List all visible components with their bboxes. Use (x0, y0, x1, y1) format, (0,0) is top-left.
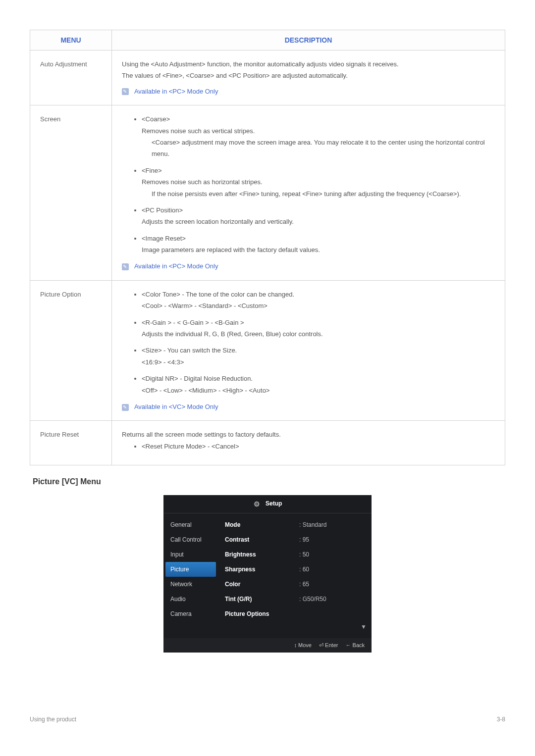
item-desc: Image parameters are replaced with the f… (142, 246, 320, 253)
note-text: Available in <VC> Mode Only (134, 403, 218, 410)
osd-key: Tint (G/R) (225, 596, 299, 603)
menu-screen: Screen (30, 105, 112, 281)
desc-picture-reset: Returns all the screen mode settings to … (112, 421, 505, 465)
osd-sidebar: General Call Control Input Picture Netwo… (163, 513, 218, 638)
list-item: <R-Gain > - < G-Gain > - <B-Gain > Adjus… (142, 317, 495, 340)
sidebar-item-audio[interactable]: Audio (163, 592, 218, 606)
osd-val (299, 610, 365, 617)
osd-val: : 95 (299, 536, 365, 543)
item-title: <Size> - You can switch the Size. (142, 347, 237, 354)
osd-val: : 60 (299, 566, 365, 573)
osd-key: Picture Options (225, 610, 299, 617)
item-sub: <Coarse> adjustment may move the screen … (142, 137, 495, 160)
osd-row-color[interactable]: Color: 65 (218, 577, 372, 592)
osd-title: Setup (266, 500, 282, 507)
osd-row-sharpness[interactable]: Sharpness: 60 (218, 562, 372, 577)
menu-picture-option: Picture Option (30, 280, 112, 421)
osd-panel: ⚙ Setup General Call Control Input Pictu… (163, 495, 372, 653)
item-sub: If the noise persists even after <Fine> … (142, 188, 495, 200)
header-menu: MENU (30, 30, 112, 50)
item-title: <R-Gain > - < G-Gain > - <B-Gain > (142, 319, 244, 326)
text-line: Returns all the screen mode settings to … (122, 429, 495, 440)
osd-header: ⚙ Setup (163, 495, 372, 513)
table-row: Picture Reset Returns all the screen mod… (30, 421, 505, 465)
hint-back: ← Back (345, 642, 365, 648)
osd-val: : 50 (299, 551, 365, 558)
osd-val: : 65 (299, 581, 365, 588)
list-item: <PC Position> Adjusts the screen locatio… (142, 204, 495, 228)
header-description: DESCRIPTION (112, 30, 505, 50)
osd-row-tint[interactable]: Tint (G/R): G50/R50 (218, 592, 372, 606)
osd-row-mode[interactable]: Mode: Standard (218, 517, 372, 532)
text-line: The values of <Fine>, <Coarse> and <PC P… (122, 70, 495, 81)
item-opts: <Off> - <Low> - <Midium> - <High> - <Aut… (142, 387, 269, 394)
sidebar-item-picture[interactable]: Picture (165, 562, 216, 577)
menu-auto-adjustment: Auto Adjustment (30, 50, 112, 105)
page-footer: Using the product 3-8 (30, 712, 505, 723)
sidebar-item-camera[interactable]: Camera (163, 606, 218, 621)
note-text: Available in <PC> Mode Only (134, 88, 218, 95)
note-text: Available in <PC> Mode Only (134, 262, 218, 270)
osd-val: : Standard (299, 521, 365, 528)
list-item: <Coarse> Removes noise such as vertical … (142, 113, 495, 160)
note-line: Available in <PC> Mode Only (122, 260, 495, 272)
item-title: <Image Reset> (142, 235, 186, 242)
desc-picture-option: <Color Tone> - The tone of the color can… (112, 280, 505, 421)
note-icon (122, 404, 129, 411)
list-item: <Digital NR> - Digital Noise Reduction. … (142, 373, 495, 396)
note-icon (122, 263, 129, 270)
osd-key: Brightness (225, 551, 299, 558)
osd-key: Contrast (225, 536, 299, 543)
item-desc: Removes noise such as horizontal stripes… (142, 178, 263, 186)
sidebar-item-input[interactable]: Input (163, 547, 218, 562)
osd-key: Color (225, 581, 299, 588)
item-title: <PC Position> (142, 206, 183, 214)
gear-icon: ⚙ (253, 500, 261, 508)
footer-right: 3-8 (497, 716, 505, 723)
item-title: <Color Tone> - The tone of the color can… (142, 291, 294, 298)
desc-screen: <Coarse> Removes noise such as vertical … (112, 105, 505, 281)
osd-key: Mode (225, 521, 299, 528)
hint-move: ↕ Move (294, 642, 312, 648)
settings-table: MENU DESCRIPTION Auto Adjustment Using t… (30, 30, 505, 465)
list-item: <Color Tone> - The tone of the color can… (142, 289, 495, 312)
item-title: <Digital NR> - Digital Noise Reduction. (142, 375, 253, 382)
item-opts: <Cool> - <Warm> - <Standard> - <Custom> (142, 302, 268, 309)
item-desc: Adjusts the screen location horizontally… (142, 218, 294, 225)
table-row: Screen <Coarse> Removes noise such as ve… (30, 105, 505, 281)
table-row: Auto Adjustment Using the <Auto Adjustme… (30, 50, 505, 105)
sidebar-item-general[interactable]: General (163, 517, 218, 532)
sidebar-item-network[interactable]: Network (163, 577, 218, 592)
hint-enter: ⏎ Enter (319, 642, 338, 648)
list-item: <Size> - You can switch the Size. <16:9>… (142, 345, 495, 368)
osd-row-contrast[interactable]: Contrast: 95 (218, 532, 372, 547)
sidebar-item-call-control[interactable]: Call Control (163, 532, 218, 547)
section-title: Picture [VC] Menu (33, 477, 505, 486)
osd-row-picture-options[interactable]: Picture Options (218, 606, 372, 621)
osd-key: Sharpness (225, 566, 299, 573)
list-item: <Image Reset> Image parameters are repla… (142, 233, 495, 256)
note-icon (122, 88, 129, 95)
item-title: <Fine> (142, 167, 161, 174)
note-line: Available in <VC> Mode Only (122, 401, 495, 412)
menu-picture-reset: Picture Reset (30, 421, 112, 465)
desc-auto-adjustment: Using the <Auto Adjustment> function, th… (112, 50, 505, 105)
footer-left: Using the product (30, 716, 76, 723)
osd-main: Mode: Standard Contrast: 95 Brightness: … (218, 513, 372, 638)
item-title: <Coarse> (142, 115, 170, 123)
osd-row-brightness[interactable]: Brightness: 50 (218, 547, 372, 562)
chevron-down-icon[interactable]: ▼ (218, 621, 372, 634)
osd-footer: ↕ Move ⏎ Enter ← Back (163, 638, 372, 653)
item-desc: Adjusts the individual R, G, B (Red, Gre… (142, 330, 323, 338)
item-opts: <16:9> - <4:3> (142, 358, 184, 366)
note-line: Available in <PC> Mode Only (122, 86, 495, 97)
list-item: <Fine> Removes noise such as horizontal … (142, 165, 495, 200)
table-row: Picture Option <Color Tone> - The tone o… (30, 280, 505, 421)
list-item: <Reset Picture Mode> - <Cancel> (142, 441, 495, 452)
item-desc: Removes noise such as vertical stripes. (142, 127, 255, 135)
text-line: Using the <Auto Adjustment> function, th… (122, 58, 495, 70)
osd-val: : G50/R50 (299, 596, 365, 603)
